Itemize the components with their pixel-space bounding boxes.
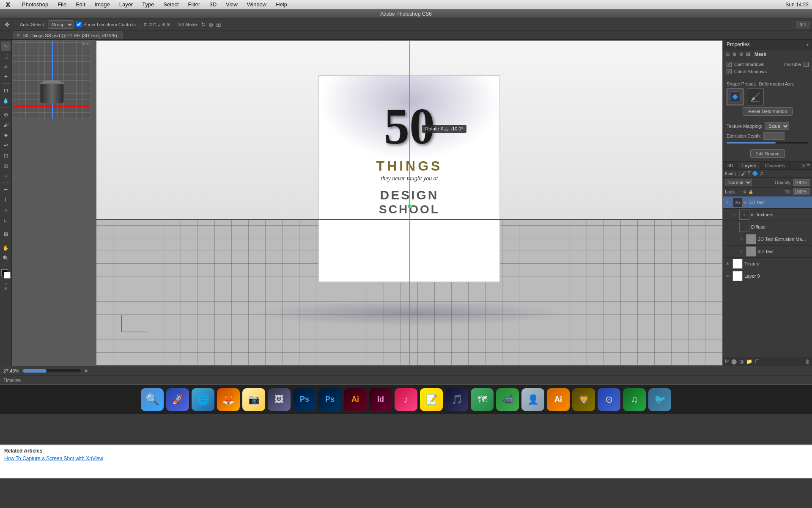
dock-facetime[interactable]: 📹 [496, 388, 519, 411]
dock-music[interactable]: 🎵 [445, 388, 468, 411]
new-layer-btn[interactable]: ☐ [755, 359, 760, 364]
properties-collapse[interactable]: ▾ [807, 42, 809, 47]
layer-expand-textures[interactable]: ▶ [751, 213, 754, 217]
layer-vis-textures[interactable]: 👁 [732, 212, 738, 218]
history-brush[interactable]: ↩ [1, 141, 11, 150]
tab-3d[interactable]: 3D [723, 162, 738, 169]
menu-image[interactable]: Image [93, 0, 112, 8]
reset-deformation-btn[interactable]: Reset Deformation [743, 107, 793, 116]
blend-mode-select[interactable]: Normal [725, 179, 752, 186]
heal-tool[interactable]: ⊕ [1, 110, 11, 119]
zoom-tool[interactable]: 🔍 [1, 254, 11, 263]
layers-panel-icon2[interactable]: ☰ [807, 163, 810, 168]
shape-tool[interactable]: □ [1, 215, 11, 225]
menu-layer[interactable]: Layer [118, 0, 135, 8]
layer-3d-text-sub[interactable]: 👁 3D Text [723, 246, 812, 258]
texture-mapping-select[interactable]: Scale [765, 122, 789, 130]
browser-link1[interactable]: How To Capture a Screen Shot with XnView [4, 456, 808, 461]
auto-select-dropdown[interactable]: Group Layer [48, 20, 74, 29]
layer-vis-3dtext-sub[interactable]: 👁 [738, 248, 744, 254]
menu-edit[interactable]: Edit [74, 0, 87, 8]
dock-misc1[interactable]: 🦁 [572, 388, 595, 411]
layer-diffuse[interactable]: Diffuse [723, 221, 812, 233]
hand-tool[interactable]: ✋ [1, 243, 11, 253]
gradient-tool[interactable]: ▥ [1, 161, 11, 170]
dodge-tool[interactable]: ○ [1, 171, 11, 180]
dock-indesign[interactable]: Id [369, 388, 392, 411]
menu-help[interactable]: Help [274, 0, 289, 8]
menu-type[interactable]: Type [140, 0, 156, 8]
brush-tool[interactable]: 🖌 [1, 120, 11, 130]
layer-9[interactable]: 👁 Layer 9 [723, 270, 812, 282]
magic-wand-tool[interactable]: ✦ [1, 72, 11, 81]
screen-mode[interactable]: ⊟ [4, 287, 7, 290]
eyedropper-tool[interactable]: 💧 [1, 96, 11, 105]
3d-rotate-icon[interactable]: ↻ [201, 21, 206, 28]
document-tab[interactable]: ✕ 50 Things SS.psd @ 27.5% (3D Text, RGB… [13, 31, 123, 39]
dock-launchpad[interactable]: 🚀 [166, 388, 189, 411]
layer-vis-diffuse[interactable] [732, 224, 738, 230]
delete-layer-btn[interactable]: 🗑 [805, 359, 810, 364]
props-icon1[interactable]: ⊙ [726, 51, 730, 57]
menu-select[interactable]: Select [162, 0, 180, 8]
lock-pixels-icon[interactable]: ⬚ [738, 190, 741, 194]
dock-finder[interactable]: 🔍 [141, 388, 164, 411]
preview-close[interactable]: ✕ [82, 42, 85, 46]
app-name-menu[interactable]: Photoshop [20, 0, 50, 8]
layer-vis-extrusion[interactable]: 👁 [738, 236, 744, 242]
dock-spotify[interactable]: ♫ [623, 388, 646, 411]
new-group-btn[interactable]: 📁 [746, 359, 752, 364]
3d-pan-icon[interactable]: ⊕ [208, 21, 214, 28]
dock-maps[interactable]: 🗺 [471, 388, 494, 411]
dock-twitter[interactable]: 🐦 [648, 388, 671, 411]
edit-source-btn[interactable]: Edit Source [750, 149, 785, 158]
pen-tool[interactable]: ✒ [1, 185, 11, 194]
props-icon4[interactable]: ⊞ [746, 51, 750, 57]
3d-tool[interactable]: ⊞ [1, 229, 11, 239]
tab-close-x[interactable]: ✕ [16, 33, 20, 38]
add-mask-btn[interactable]: ⬤ [731, 359, 737, 364]
dock-notes[interactable]: 📝 [420, 388, 443, 411]
lasso-tool[interactable]: ⌀ [1, 62, 11, 71]
move-tool[interactable]: ↖ [1, 41, 11, 51]
tab-channels[interactable]: Channels [761, 162, 789, 169]
layer-vis-9[interactable]: 👁 [725, 273, 731, 279]
show-transform-checkbox[interactable] [76, 22, 82, 27]
props-icon2[interactable]: ⊕ [732, 51, 737, 57]
shape-preset-box[interactable]: 🔷 [727, 88, 743, 105]
dock-contacts[interactable]: 👤 [521, 388, 544, 411]
dock-ai2[interactable]: Ai [547, 388, 570, 411]
layers-panel-icon1[interactable]: ⊞ [801, 163, 805, 168]
menu-file[interactable]: File [56, 0, 68, 8]
dock-firefox[interactable]: 🦊 [217, 388, 240, 411]
dock-itunes[interactable]: ♪ [395, 388, 417, 411]
move-tool-btn[interactable]: ✥ [3, 20, 12, 29]
dock-ps2[interactable]: Ps [318, 388, 341, 411]
layer-texture[interactable]: 👁 Texture [723, 258, 812, 270]
lock-all-icon[interactable]: 🔒 [748, 190, 753, 194]
dock-safari[interactable]: 🌐 [192, 388, 214, 411]
layer-vis-3dtext[interactable]: 👁 [725, 199, 731, 205]
marquee-tool[interactable]: ⬚ [1, 52, 11, 61]
dock-bridge[interactable]: 🖼 [268, 388, 291, 411]
fg-bg-colors[interactable] [1, 269, 11, 279]
lock-move-icon[interactable]: ✥ [743, 190, 746, 194]
layer-3d-extrusion[interactable]: 👁 3D Text Extrusion Ma... [723, 233, 812, 246]
text-tool[interactable]: T [1, 195, 11, 204]
menu-filter[interactable]: Filter [187, 0, 202, 8]
3d-mode-value[interactable]: 3D [796, 21, 809, 28]
dock-photos[interactable]: 📷 [242, 388, 265, 411]
invisible-checkbox[interactable] [804, 62, 809, 67]
path-select-tool[interactable]: ▷ [1, 205, 11, 215]
layer-3d-text[interactable]: 👁 3D ▶ 3D Text [723, 196, 812, 209]
props-icon3[interactable]: ⊗ [739, 51, 743, 57]
dock-illustrator[interactable]: Ai [344, 388, 367, 411]
menu-3d[interactable]: 3D [208, 0, 218, 8]
quick-mask[interactable]: ⊙ [4, 282, 7, 286]
new-adj-btn[interactable]: ◑ [739, 359, 743, 364]
layer-expand-3d[interactable]: ▶ [744, 200, 747, 204]
deform-axis-box[interactable] [747, 88, 764, 105]
apple-menu[interactable]: ⌘ [3, 0, 13, 9]
layer-textures[interactable]: 👁 T ▶ Textures [723, 209, 812, 221]
clone-tool[interactable]: ◈ [1, 130, 11, 140]
